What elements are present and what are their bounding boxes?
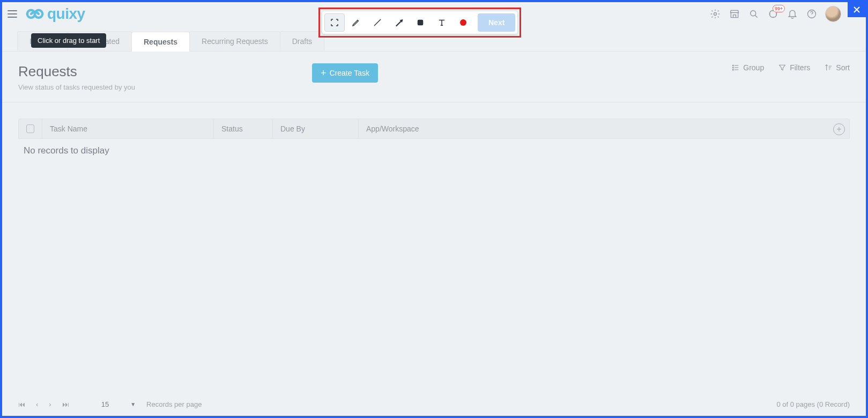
caret-down-icon: ▼ — [130, 401, 136, 407]
group-tool[interactable]: Group — [731, 63, 764, 72]
pager-info: 0 of 0 pages (0 Record) — [776, 400, 850, 408]
page-size-label: Records per page — [146, 400, 202, 408]
text-icon[interactable] — [432, 13, 452, 32]
annotation-toolbar-highlight: Next — [318, 8, 521, 38]
col-task-name[interactable]: Task Name — [42, 119, 214, 138]
bell-icon[interactable] — [787, 8, 798, 20]
search-icon[interactable] — [748, 8, 760, 20]
brand-mark-icon — [26, 8, 44, 20]
brand-logo[interactable]: quixy — [26, 5, 85, 23]
line-icon[interactable] — [367, 13, 388, 32]
select-all-checkbox[interactable] — [19, 119, 42, 138]
filters-tool[interactable]: Filters — [778, 63, 810, 72]
record-icon[interactable] — [453, 13, 473, 32]
plus-icon: + — [321, 69, 327, 77]
sort-tool[interactable]: Sort — [824, 63, 850, 72]
col-app-workspace[interactable]: App/Workspace — [359, 119, 849, 138]
next-button[interactable]: Next — [478, 13, 515, 32]
svg-point-5 — [460, 19, 466, 26]
svg-rect-4 — [418, 20, 424, 26]
arrow-icon[interactable] — [389, 13, 409, 32]
rectangle-icon[interactable] — [410, 13, 431, 32]
pager-first[interactable]: ⏮ — [18, 400, 25, 408]
table-header: Task Name Status Due By App/Workspace + — [18, 119, 850, 139]
col-due-by[interactable]: Due By — [273, 119, 359, 138]
tab-requests[interactable]: Requests — [131, 32, 190, 52]
pager-next[interactable]: › — [49, 400, 51, 408]
tab-recurring-requests[interactable]: Recurring Requests — [189, 31, 280, 51]
annotation-toolbar: Next — [322, 11, 517, 34]
capture-tooltip: Click or drag to start — [31, 33, 106, 48]
page-subtitle: View status of tasks requested by you — [18, 83, 135, 91]
svg-point-1 — [751, 11, 756, 16]
col-status[interactable]: Status — [214, 119, 273, 138]
target-icon[interactable]: 99+ — [767, 8, 779, 20]
help-icon[interactable] — [806, 8, 818, 20]
tab-drafts[interactable]: Drafts — [280, 31, 324, 51]
menu-toggle[interactable] — [8, 7, 21, 21]
marketplace-icon[interactable] — [729, 8, 740, 20]
pager-prev[interactable]: ‹ — [36, 400, 38, 408]
svg-point-0 — [714, 13, 717, 16]
pager: ⏮ ‹ › ⏭ 15 ▼ Records per page 0 of 0 pag… — [18, 400, 850, 408]
page-title: Requests — [18, 63, 135, 80]
user-avatar[interactable] — [825, 6, 841, 22]
capture-region-icon[interactable] — [324, 13, 345, 32]
pager-last[interactable]: ⏭ — [62, 400, 69, 408]
page-heading-row: Requests View status of tasks requested … — [2, 52, 866, 102]
requests-table: Task Name Status Due By App/Workspace + … — [2, 102, 866, 163]
brand-name: quixy — [47, 5, 85, 23]
add-column-button[interactable]: + — [833, 123, 845, 135]
svg-point-6 — [733, 65, 734, 66]
notification-badge: 99+ — [773, 5, 785, 12]
page-size-select[interactable]: 15 ▼ — [101, 400, 136, 408]
settings-icon[interactable] — [709, 8, 721, 20]
svg-point-7 — [733, 67, 734, 68]
create-task-button[interactable]: + Create Task — [312, 63, 378, 83]
svg-point-8 — [733, 69, 734, 70]
pencil-icon[interactable] — [346, 13, 366, 32]
window-close-button[interactable] — [848, 2, 866, 17]
table-empty-message: No records to display — [18, 139, 850, 163]
